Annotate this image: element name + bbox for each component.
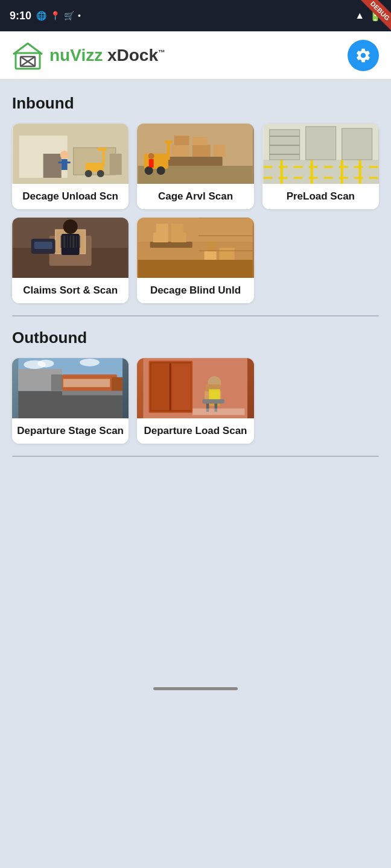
status-icons: 🌐 📍 🛒 • bbox=[36, 11, 81, 20]
logo-dock: Dock bbox=[117, 46, 158, 64]
logo-tm: ™ bbox=[158, 48, 165, 56]
svg-rect-99 bbox=[203, 399, 224, 403]
svg-point-88 bbox=[37, 360, 54, 368]
svg-rect-30 bbox=[167, 142, 170, 160]
status-time: 9:10 bbox=[10, 10, 31, 22]
svg-rect-82 bbox=[51, 374, 62, 391]
card-label-departure-load: Departure Load Scan bbox=[137, 418, 253, 444]
svg-rect-46 bbox=[305, 127, 335, 160]
settings-button[interactable] bbox=[348, 40, 379, 71]
svg-rect-6 bbox=[43, 154, 62, 178]
svg-rect-104 bbox=[209, 389, 220, 399]
svg-rect-8 bbox=[110, 154, 122, 175]
svg-rect-71 bbox=[205, 251, 217, 260]
card-cage-arvl[interactable]: Cage Arvl Scan bbox=[137, 124, 253, 209]
decage-blind-scene bbox=[137, 218, 253, 278]
svg-rect-94 bbox=[151, 363, 171, 410]
card-departure-load[interactable]: Departure Load Scan bbox=[137, 358, 253, 444]
inbound-outbound-divider bbox=[12, 315, 379, 316]
svg-rect-44 bbox=[269, 145, 299, 146]
main-content: Inbound bbox=[0, 80, 391, 483]
svg-point-28 bbox=[145, 166, 153, 175]
card-label-decage-blind: Decage Blind Unld bbox=[137, 278, 253, 303]
card-decage-unload[interactable]: Decage Unload Scn bbox=[12, 124, 129, 209]
card-decage-blind[interactable]: Decage Blind Unld bbox=[137, 218, 253, 303]
svg-rect-17 bbox=[66, 162, 71, 163]
logo-vizz: Vizz bbox=[70, 46, 103, 64]
face-icon: 🌐 bbox=[36, 11, 46, 20]
decage-unload-scene bbox=[12, 124, 129, 184]
logo-text: nuVizz xDock™ bbox=[49, 46, 165, 65]
outbound-section-title: Outbound bbox=[12, 329, 379, 347]
svg-rect-95 bbox=[172, 363, 191, 410]
svg-point-11 bbox=[97, 170, 104, 177]
page-spacer bbox=[0, 483, 391, 676]
home-indicator bbox=[153, 687, 238, 690]
empty-slot bbox=[262, 218, 379, 303]
departure-stage-scene bbox=[12, 358, 129, 418]
svg-rect-16 bbox=[59, 162, 63, 163]
svg-rect-15 bbox=[62, 159, 68, 170]
card-departure-stage[interactable]: Departure Stage Scan bbox=[12, 358, 129, 444]
svg-rect-72 bbox=[220, 248, 235, 260]
status-bar-left: 9:10 🌐 📍 🛒 • bbox=[10, 10, 81, 22]
app-header: nuVizz xDock™ bbox=[0, 31, 391, 80]
cart-icon: 🛒 bbox=[64, 11, 74, 20]
svg-rect-22 bbox=[171, 145, 189, 157]
svg-rect-66 bbox=[150, 242, 192, 248]
logo-x: x bbox=[103, 46, 116, 64]
wifi-icon: ▲ bbox=[355, 10, 364, 21]
inbound-row-1: Decage Unload Scn bbox=[12, 124, 379, 209]
inbound-row-2: Claims Sort & Scan bbox=[12, 218, 379, 303]
card-image-decage-blind bbox=[137, 218, 253, 278]
svg-rect-105 bbox=[192, 409, 244, 415]
svg-rect-73 bbox=[208, 242, 217, 251]
svg-rect-54 bbox=[34, 242, 52, 249]
outbound-empty-slot bbox=[262, 358, 379, 444]
svg-rect-21 bbox=[168, 157, 223, 166]
svg-rect-25 bbox=[174, 136, 189, 145]
card-image-claims-sort bbox=[12, 218, 129, 278]
card-label-departure-stage: Departure Stage Scan bbox=[12, 418, 129, 444]
svg-rect-43 bbox=[269, 136, 299, 137]
svg-rect-31 bbox=[165, 140, 173, 143]
card-image-cage-arvl bbox=[137, 124, 253, 184]
svg-point-14 bbox=[60, 151, 69, 159]
departure-load-scene bbox=[137, 358, 253, 418]
svg-point-89 bbox=[80, 359, 100, 366]
svg-point-10 bbox=[85, 170, 92, 177]
card-image-departure-load bbox=[137, 358, 253, 418]
battery-icon: 🔋 bbox=[369, 10, 381, 22]
preload-scene bbox=[262, 124, 379, 184]
card-label-preload: PreLoad Scan bbox=[262, 184, 379, 209]
svg-rect-84 bbox=[112, 377, 122, 391]
card-claims-sort[interactable]: Claims Sort & Scan bbox=[12, 218, 129, 303]
outbound-bottom-divider bbox=[12, 456, 379, 457]
cage-arvl-scene bbox=[137, 124, 253, 184]
claims-sort-scene bbox=[12, 218, 129, 278]
svg-rect-85 bbox=[62, 391, 122, 395]
card-image-decage-unload bbox=[12, 124, 129, 184]
svg-rect-24 bbox=[214, 145, 226, 157]
location-icon: 📍 bbox=[50, 11, 60, 20]
card-preload[interactable]: PreLoad Scan bbox=[262, 124, 379, 209]
svg-rect-26 bbox=[192, 137, 208, 145]
svg-rect-27 bbox=[144, 154, 168, 169]
card-image-preload bbox=[262, 124, 379, 184]
svg-rect-13 bbox=[98, 148, 107, 151]
svg-rect-47 bbox=[342, 128, 372, 160]
card-image-departure-stage bbox=[12, 358, 129, 418]
gear-icon bbox=[355, 47, 372, 64]
dot-icon: • bbox=[78, 11, 81, 20]
svg-point-29 bbox=[157, 166, 165, 175]
svg-rect-33 bbox=[149, 159, 154, 168]
home-bar bbox=[0, 676, 391, 700]
svg-rect-45 bbox=[269, 154, 299, 155]
status-bar: 9:10 🌐 📍 🛒 • ▲ 🔋 DEBUG bbox=[0, 0, 391, 31]
outbound-row-1: Departure Stage Scan bbox=[12, 358, 379, 444]
logo-container: nuVizz xDock™ bbox=[12, 40, 165, 71]
card-label-claims-sort: Claims Sort & Scan bbox=[12, 278, 129, 303]
svg-rect-74 bbox=[138, 218, 253, 242]
svg-rect-23 bbox=[192, 145, 211, 157]
inbound-section-title: Inbound bbox=[12, 94, 379, 113]
